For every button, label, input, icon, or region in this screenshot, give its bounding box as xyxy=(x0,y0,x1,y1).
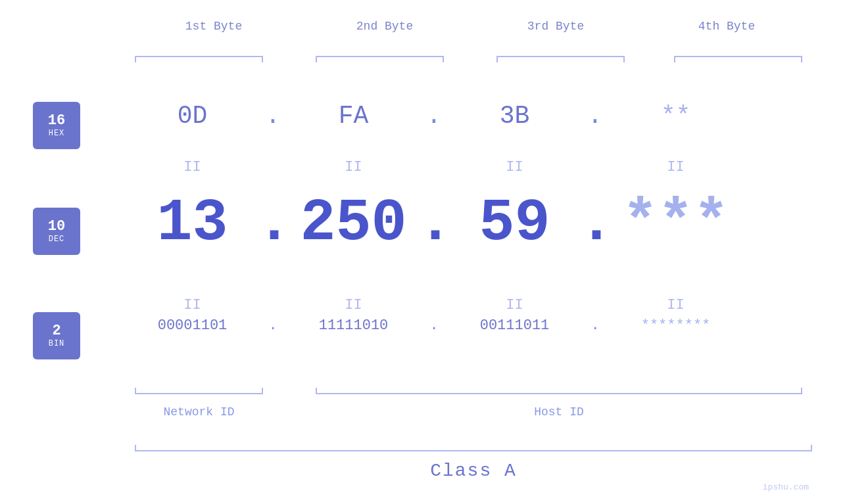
equals-dec-bin: II II II II xyxy=(128,297,812,313)
hex-byte-4: ** xyxy=(612,102,740,130)
hex-byte-3: 3B xyxy=(450,102,579,130)
dec-badge-number: 10 xyxy=(48,219,65,235)
hex-badge-number: 16 xyxy=(48,113,65,129)
dec-badge: 10 DEC xyxy=(33,208,80,255)
host-id-label: Host ID xyxy=(316,405,802,419)
bracket-top-4 xyxy=(674,56,802,57)
column-headers: 1st Byte 2nd Byte 3rd Byte 4th Byte xyxy=(128,20,812,33)
dec-dot-1: . xyxy=(256,194,289,253)
dec-row: 13 . 250 . 59 . *** xyxy=(128,194,812,253)
eq-4: II xyxy=(612,159,740,175)
eq-1: II xyxy=(128,159,256,175)
bin-byte-3: 00111011 xyxy=(450,317,579,334)
col-header-2: 2nd Byte xyxy=(299,20,470,33)
dec-byte-2: 250 xyxy=(289,194,418,253)
eq-2: II xyxy=(289,159,418,175)
bin-byte-2: 11111010 xyxy=(289,317,418,334)
bracket-host xyxy=(316,393,802,394)
bracket-network xyxy=(135,393,263,394)
bracket-top-2 xyxy=(316,56,444,57)
bin-byte-1: 00001101 xyxy=(128,317,256,334)
eq-b4: II xyxy=(612,297,740,313)
bracket-top-1 xyxy=(135,56,263,57)
col-header-1: 1st Byte xyxy=(128,20,299,33)
bin-badge-number: 2 xyxy=(52,323,60,339)
dec-byte-3: 59 xyxy=(450,194,579,253)
col-header-3: 3rd Byte xyxy=(470,20,641,33)
bin-row: 00001101 . 11111010 . 00111011 . *******… xyxy=(128,317,812,334)
eq-b3: II xyxy=(450,297,579,313)
hex-dot-3: . xyxy=(579,102,612,130)
bin-dot-3: . xyxy=(579,317,612,334)
eq-3: II xyxy=(450,159,579,175)
bin-dot-1: . xyxy=(256,317,289,334)
hex-dot-1: . xyxy=(256,102,289,130)
bin-dot-2: . xyxy=(418,317,450,334)
class-line xyxy=(135,450,812,451)
equals-hex-dec: II II II II xyxy=(128,159,812,175)
bracket-top-3 xyxy=(496,56,625,57)
bin-badge: 2 BIN xyxy=(33,312,80,359)
bin-badge-label: BIN xyxy=(49,339,65,348)
hex-row: 0D . FA . 3B . ** xyxy=(128,102,812,130)
eq-b1: II xyxy=(128,297,256,313)
eq-b2: II xyxy=(289,297,418,313)
dec-dot-3: . xyxy=(579,194,612,253)
hex-badge: 16 HEX xyxy=(33,102,80,149)
watermark: ipshu.com xyxy=(763,482,809,492)
hex-badge-label: HEX xyxy=(49,129,65,138)
main-container: 16 HEX 10 DEC 2 BIN 1st Byte 2nd Byte 3r… xyxy=(0,0,845,504)
bin-byte-4: ******** xyxy=(612,317,740,334)
dec-byte-1: 13 xyxy=(128,194,256,253)
hex-dot-2: . xyxy=(418,102,450,130)
class-a-label: Class A xyxy=(135,461,812,481)
dec-dot-2: . xyxy=(418,194,450,253)
network-id-label: Network ID xyxy=(135,405,263,419)
hex-byte-2: FA xyxy=(289,102,418,130)
dec-badge-label: DEC xyxy=(49,235,65,244)
col-header-4: 4th Byte xyxy=(641,20,812,33)
dec-byte-4: *** xyxy=(612,194,740,253)
hex-byte-1: 0D xyxy=(128,102,256,130)
